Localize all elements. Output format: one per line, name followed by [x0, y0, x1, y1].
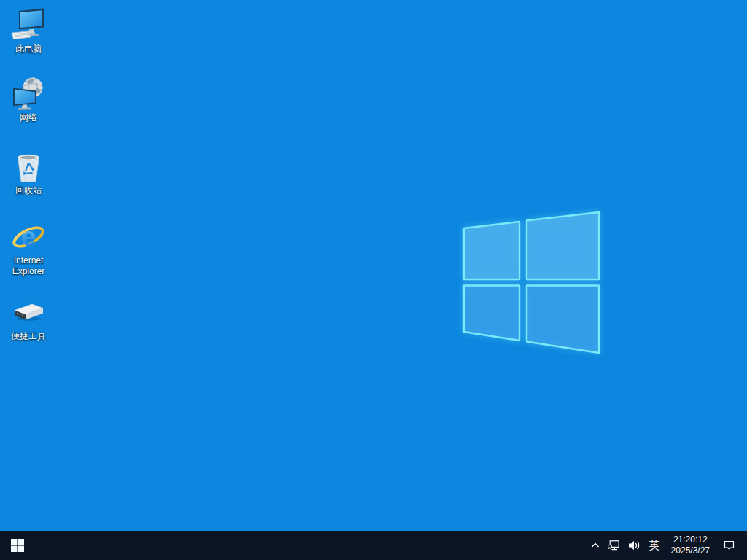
start-button[interactable] [0, 531, 35, 560]
desktop-wallpaper: 此电脑 网络 [0, 0, 747, 531]
notification-bubble-icon [723, 540, 735, 551]
internet-explorer-icon: e [11, 219, 46, 254]
ethernet-network-icon [608, 540, 621, 552]
desktop-icon-label: 此电脑 [15, 44, 42, 55]
network-status-button[interactable] [604, 531, 624, 560]
desktop-icon-internet-explorer[interactable]: e Internet Explorer [1, 219, 55, 277]
desktop-icon-tools-drive[interactable]: 便捷工具 [1, 295, 55, 342]
chevron-up-icon [590, 540, 600, 551]
system-tray: 英 21:20:12 2025/3/27 [587, 531, 747, 560]
taskbar-empty-area [35, 531, 587, 560]
this-pc-icon [11, 7, 46, 42]
volume-button[interactable] [624, 531, 644, 560]
tools-drive-icon [11, 295, 46, 330]
desktop-icon-label: 便捷工具 [11, 331, 46, 342]
clock-time: 21:20:12 [673, 534, 708, 545]
clock[interactable]: 21:20:12 2025/3/27 [665, 531, 716, 560]
show-hidden-icons-button[interactable] [587, 531, 604, 560]
recycle-bin-icon [11, 149, 46, 184]
svg-text:e: e [21, 222, 36, 252]
speaker-volume-icon [628, 540, 640, 551]
action-center-button[interactable] [716, 531, 743, 560]
windows-wallpaper-logo [458, 206, 604, 359]
clock-date: 2025/3/27 [671, 545, 710, 556]
show-desktop-button[interactable] [743, 531, 747, 560]
network-icon [11, 76, 46, 111]
desktop-icon-this-pc[interactable]: 此电脑 [1, 7, 55, 55]
desktop-icon-recycle-bin[interactable]: 回收站 [1, 149, 55, 196]
ime-language-indicator[interactable]: 英 [644, 531, 665, 560]
taskbar: 英 21:20:12 2025/3/27 [0, 531, 747, 560]
desktop-icon-label: 网络 [20, 112, 37, 123]
windows-logo-icon [11, 539, 24, 552]
desktop-icon-network[interactable]: 网络 [1, 76, 55, 123]
desktop-icon-label: 回收站 [15, 185, 42, 196]
ime-label: 英 [649, 539, 660, 553]
desktop-icon-label: Internet Explorer [1, 255, 55, 277]
